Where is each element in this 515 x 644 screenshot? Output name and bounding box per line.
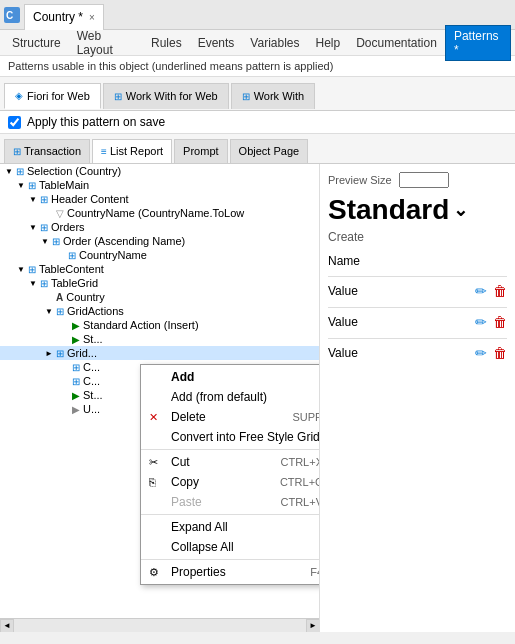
value1-label: Value	[328, 284, 469, 298]
gridactions-icon: ⊞	[56, 306, 64, 317]
tab-transaction[interactable]: ⊞ Transaction	[4, 139, 90, 163]
tree-node-header-content[interactable]: ▼ ⊞ Header Content	[0, 192, 319, 206]
preview-size-label: Preview Size	[328, 172, 507, 188]
expand-order[interactable]: ▼	[40, 236, 50, 246]
header-icon: ⊞	[40, 194, 48, 205]
tree-node-countryname2[interactable]: ⊞ CountryName	[0, 248, 319, 262]
value3-delete-icon[interactable]: 🗑	[493, 345, 507, 361]
tree-node-standard-action[interactable]: ▶ Standard Action (Insert)	[0, 318, 319, 332]
ctx-paste: Paste CTRL+V	[141, 492, 320, 512]
tree-node-selection[interactable]: ▼ ⊞ Selection (Country)	[0, 164, 319, 178]
menu-structure[interactable]: Structure	[4, 33, 69, 53]
tree-node-tablemain[interactable]: ▼ ⊞ TableMain	[0, 178, 319, 192]
ctx-delete[interactable]: ✕ Delete SUPR	[141, 407, 320, 427]
ctx-convert[interactable]: Convert into Free Style Grid	[141, 427, 320, 447]
tree-node-st[interactable]: ▶ St...	[0, 332, 319, 346]
order-icon: ⊞	[52, 236, 60, 247]
tab-work-with-web-label: Work With for Web	[126, 90, 218, 102]
value3-edit-icon[interactable]: ✏	[475, 345, 487, 361]
menu-help[interactable]: Help	[307, 33, 348, 53]
scroll-left-button[interactable]: ◄	[0, 619, 14, 633]
ctx-cut-shortcut: CTRL+X	[281, 456, 321, 468]
st-icon: ▶	[72, 334, 80, 345]
expand-gridactions[interactable]: ▼	[44, 306, 54, 316]
st2-icon: ▶	[72, 390, 80, 401]
divider1	[328, 276, 507, 277]
close-tab-button[interactable]: ×	[89, 12, 95, 23]
preview-create: Create	[328, 230, 507, 244]
preview-size-input[interactable]	[399, 172, 449, 188]
tree-node-order-asc[interactable]: ▼ ⊞ Order (Ascending Name)	[0, 234, 319, 248]
divider3	[328, 338, 507, 339]
standard-dropdown-icon[interactable]: ⌄	[453, 199, 468, 221]
ctx-add[interactable]: Add ►	[141, 367, 320, 387]
order-asc-label: Order (Ascending Name)	[63, 235, 185, 247]
u1-icon: ▶	[72, 404, 80, 415]
ctx-add-default[interactable]: Add (from default) ►	[141, 387, 320, 407]
tab-fiori-web[interactable]: ◈ Fiori for Web	[4, 83, 101, 109]
tree-node-country[interactable]: A Country	[0, 290, 319, 304]
tree-node-tablegrid[interactable]: ▼ ⊞ TableGrid	[0, 276, 319, 290]
st2-label: St...	[83, 389, 103, 401]
countryname2-label: CountryName	[79, 249, 147, 261]
tab-object-page[interactable]: Object Page	[230, 139, 309, 163]
tab-prompt-label: Prompt	[183, 145, 218, 157]
ctx-properties-shortcut: F4	[310, 566, 320, 578]
delete-icon: ✕	[149, 411, 165, 424]
menu-bar: Structure Web Layout Rules Events Variab…	[0, 30, 515, 56]
expand-tablegrid[interactable]: ▼	[28, 278, 38, 288]
menu-variables[interactable]: Variables	[242, 33, 307, 53]
ctx-delete-shortcut: SUPR	[292, 411, 320, 423]
menu-documentation[interactable]: Documentation	[348, 33, 445, 53]
tab-work-with-web[interactable]: ⊞ Work With for Web	[103, 83, 229, 109]
countryname-label: CountryName (CountryName.ToLow	[67, 207, 244, 219]
ctx-expand-all-label: Expand All	[171, 520, 320, 534]
expand-tablecontent[interactable]: ▼	[16, 264, 26, 274]
menu-events[interactable]: Events	[190, 33, 243, 53]
tab-title: Country *	[33, 10, 83, 24]
expand-orders[interactable]: ▼	[28, 222, 38, 232]
preview-panel: Preview Size Standard ⌄ Create Name Valu…	[320, 164, 515, 632]
scroll-track[interactable]	[14, 619, 306, 633]
tree-node-orders[interactable]: ▼ ⊞ Orders	[0, 220, 319, 234]
ctx-properties[interactable]: ⚙ Properties F4	[141, 562, 320, 582]
apply-checkbox[interactable]	[8, 116, 21, 129]
value2-edit-icon[interactable]: ✏	[475, 314, 487, 330]
menu-patterns[interactable]: Patterns *	[445, 25, 511, 61]
apply-bar: Apply this pattern on save	[0, 111, 515, 134]
tab-list-report[interactable]: ≡ List Report	[92, 139, 172, 163]
properties-icon: ⚙	[149, 566, 165, 579]
st-label: St...	[83, 333, 103, 345]
scroll-right-button[interactable]: ►	[306, 619, 320, 633]
value2-label: Value	[328, 315, 469, 329]
expand-tablemain[interactable]: ▼	[16, 180, 26, 190]
tree-node-grid-actions[interactable]: ▼ ⊞ GridActions	[0, 304, 319, 318]
tab-work-with[interactable]: ⊞ Work With	[231, 83, 316, 109]
tab-object-page-label: Object Page	[239, 145, 300, 157]
grid-sel-label: Grid...	[67, 347, 97, 359]
expand-grid-sel[interactable]: ►	[44, 348, 54, 358]
app-icon: C	[4, 7, 20, 23]
ctx-cut[interactable]: ✂ Cut CTRL+X	[141, 452, 320, 472]
tree-node-grid-sel[interactable]: ► ⊞ Grid...	[0, 346, 319, 360]
tree-node-countryname[interactable]: ▽ CountryName (CountryName.ToLow	[0, 206, 319, 220]
value1-edit-icon[interactable]: ✏	[475, 283, 487, 299]
expand-header[interactable]: ▼	[28, 194, 38, 204]
tablemain-icon: ⊞	[28, 180, 36, 191]
ctx-copy[interactable]: ⎘ Copy CTRL+C	[141, 472, 320, 492]
ctx-collapse-all[interactable]: Collapse All	[141, 537, 320, 557]
c2-icon: ⊞	[72, 376, 80, 387]
ctx-cut-label: Cut	[171, 455, 273, 469]
tree-node-tablecontent[interactable]: ▼ ⊞ TableContent	[0, 262, 319, 276]
ctx-expand-all[interactable]: Expand All	[141, 517, 320, 537]
ctx-convert-label: Convert into Free Style Grid	[171, 430, 320, 444]
value1-delete-icon[interactable]: 🗑	[493, 283, 507, 299]
expand-selection[interactable]: ▼	[4, 166, 14, 176]
menu-rules[interactable]: Rules	[143, 33, 190, 53]
menu-web-layout[interactable]: Web Layout	[69, 26, 143, 60]
tab-prompt[interactable]: Prompt	[174, 139, 227, 163]
country-icon: A	[56, 292, 63, 303]
horizontal-scrollbar[interactable]: ◄ ►	[0, 618, 320, 632]
value2-delete-icon[interactable]: 🗑	[493, 314, 507, 330]
ctx-paste-shortcut: CTRL+V	[281, 496, 321, 508]
